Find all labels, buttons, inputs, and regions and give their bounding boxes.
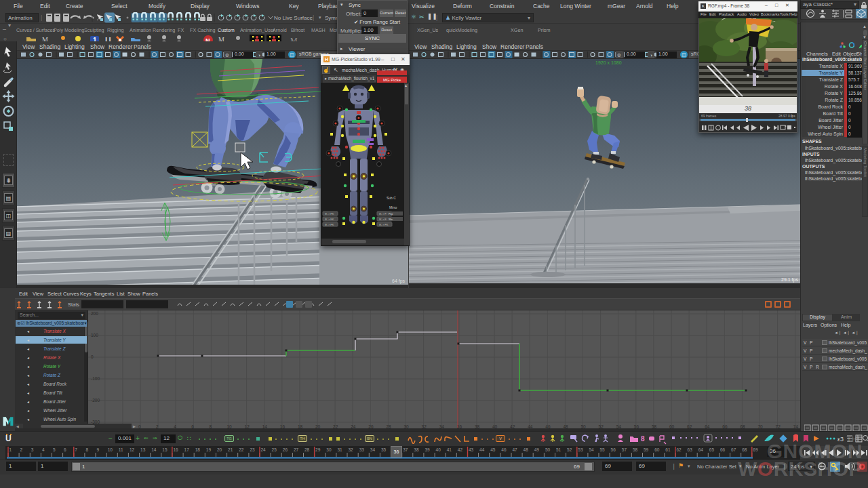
svg-text:59: 59 <box>644 447 649 452</box>
svg-text:21: 21 <box>228 447 233 452</box>
svg-text:54: 54 <box>589 447 594 452</box>
svg-text:46: 46 <box>501 447 507 452</box>
svg-text:19: 19 <box>206 447 212 452</box>
svg-text:3: 3 <box>31 447 34 452</box>
svg-text:IK > FK: IK > FK <box>325 212 334 216</box>
svg-text:IK > FK: IK > FK <box>379 223 389 226</box>
svg-text:32: 32 <box>349 447 354 452</box>
svg-text:60: 60 <box>654 447 660 452</box>
svg-text:14: 14 <box>151 447 157 452</box>
svg-text:53: 53 <box>578 447 583 452</box>
svg-text:IK > FK: IK > FK <box>325 223 334 226</box>
svg-text:62: 62 <box>676 447 682 452</box>
svg-text:49: 49 <box>534 447 540 452</box>
svg-text:55: 55 <box>600 447 606 452</box>
svg-text:44: 44 <box>479 447 485 452</box>
svg-text:37: 37 <box>403 447 408 452</box>
svg-text:61: 61 <box>665 447 671 452</box>
svg-text:22: 22 <box>239 447 244 452</box>
svg-text:18: 18 <box>195 447 201 452</box>
svg-text:35: 35 <box>381 447 387 452</box>
svg-text:31: 31 <box>337 447 342 452</box>
svg-text:51: 51 <box>556 447 561 452</box>
svg-text:IK > FK: IK > FK <box>325 218 334 221</box>
svg-text:50: 50 <box>545 447 551 452</box>
svg-text:Sub C: Sub C <box>387 196 396 200</box>
svg-text:40: 40 <box>436 447 441 452</box>
svg-text:13: 13 <box>140 447 146 452</box>
svg-text:41: 41 <box>447 447 452 452</box>
svg-text:28: 28 <box>304 447 310 452</box>
svg-text:33: 33 <box>359 447 365 452</box>
svg-text:24: 24 <box>261 447 267 452</box>
svg-text:58: 58 <box>633 447 638 452</box>
svg-text:47: 47 <box>513 447 518 452</box>
svg-text:1: 1 <box>9 447 12 452</box>
svg-text:43: 43 <box>469 447 474 452</box>
svg-text:8: 8 <box>85 447 88 452</box>
svg-text:12: 12 <box>130 447 135 452</box>
svg-text:57: 57 <box>622 447 627 452</box>
svg-text:38: 38 <box>414 447 419 452</box>
svg-text:45: 45 <box>490 447 496 452</box>
svg-text:17: 17 <box>184 447 190 452</box>
svg-text:29: 29 <box>315 447 321 452</box>
svg-text:20: 20 <box>217 447 222 452</box>
svg-text:11: 11 <box>119 447 123 452</box>
svg-text:10: 10 <box>108 447 113 452</box>
svg-text:8: 8 <box>641 435 645 443</box>
svg-text:34: 34 <box>370 447 376 452</box>
svg-text:25: 25 <box>272 447 277 452</box>
svg-text:30: 30 <box>326 447 332 452</box>
svg-text:5: 5 <box>53 447 56 452</box>
svg-text:15: 15 <box>162 447 167 452</box>
svg-text:27: 27 <box>294 447 299 452</box>
svg-text:56: 56 <box>611 447 616 452</box>
svg-text:52: 52 <box>567 447 572 452</box>
svg-text:Mirro: Mirro <box>389 205 397 209</box>
svg-text:48: 48 <box>524 447 529 452</box>
svg-text:We: We <box>389 218 393 221</box>
svg-text:42: 42 <box>458 447 463 452</box>
svg-text:23: 23 <box>250 447 255 452</box>
svg-text:39: 39 <box>425 447 430 452</box>
svg-text:9: 9 <box>97 447 100 452</box>
svg-text:Flip: Flip <box>389 212 393 216</box>
svg-text:16: 16 <box>173 447 178 452</box>
svg-text:4: 4 <box>42 447 45 452</box>
svg-text:7: 7 <box>75 447 77 452</box>
svg-text:2: 2 <box>20 447 23 452</box>
svg-text:6: 6 <box>64 447 66 452</box>
svg-text:26: 26 <box>283 447 288 452</box>
